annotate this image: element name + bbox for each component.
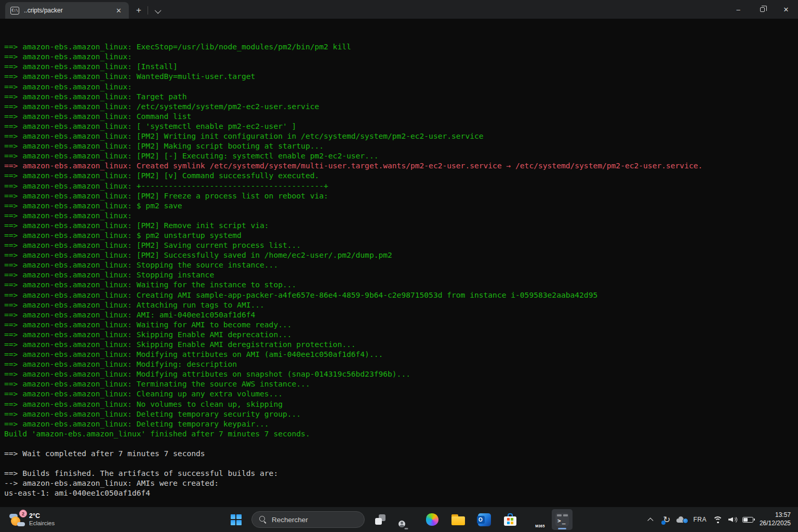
edge-running-indicator [405, 528, 408, 529]
terminal-line: ==> amazon-ebs.amazon_linux: Modifying a… [4, 369, 798, 379]
tray-time: 13:57 [760, 511, 791, 520]
terminal-line: ==> amazon-ebs.amazon_linux: [PM2] Remov… [4, 220, 798, 230]
windows-logo-icon [231, 514, 242, 525]
wifi-icon [713, 516, 723, 524]
terminal-active-indicator [558, 528, 566, 529]
terminal-line: --> amazon-ebs.amazon_linux: AMIs were c… [4, 478, 798, 488]
file-explorer-icon [451, 514, 465, 525]
terminal-line: ==> amazon-ebs.amazon_linux: WantedBy=mu… [4, 71, 798, 81]
edge-button[interactable] [396, 509, 417, 530]
terminal-line: Build 'amazon-ebs.amazon_linux' finished… [4, 429, 798, 438]
tray-overflow-button[interactable] [646, 509, 657, 530]
minimize-button[interactable]: – [726, 0, 750, 19]
onedrive-button[interactable] [676, 509, 687, 530]
terminal-line: ==> amazon-ebs.amazon_linux: Creating AM… [4, 290, 798, 300]
terminal-line: ==> amazon-ebs.amazon_linux: [Install] [4, 61, 798, 71]
terminal-line: ==> amazon-ebs.amazon_linux: Waiting for… [4, 320, 798, 329]
outlook-button[interactable]: O [474, 509, 495, 530]
search-placeholder: Rechercher [272, 516, 308, 524]
terminal-line: ==> amazon-ebs.amazon_linux: Modifying: … [4, 359, 798, 369]
chevron-up-icon [648, 517, 654, 523]
system-tray: ↻ FRA 13:57 26/12/2025 [646, 507, 798, 532]
terminal-line: ==> amazon-ebs.amazon_linux: [PM2] [v] C… [4, 170, 798, 180]
terminal-line: ==> amazon-ebs.amazon_linux: $ pm2 save [4, 201, 798, 210]
m365-label: M365 [535, 524, 544, 528]
terminal-line: ==> amazon-ebs.amazon_linux: ExecStop=/u… [4, 42, 798, 51]
m365-copilot-icon: M365 [530, 513, 543, 526]
terminal-tab[interactable]: C:\ ..cripts/packer ✕ [5, 2, 129, 19]
terminal-line: ==> amazon-ebs.amazon_linux: [PM2] [-] E… [4, 151, 798, 161]
terminal-line: ==> amazon-ebs.amazon_linux: [PM2] Freez… [4, 191, 798, 201]
terminal-line: ==> amazon-ebs.amazon_linux: $ pm2 unsta… [4, 230, 798, 240]
terminal-line: ==> amazon-ebs.amazon_linux: Skipping En… [4, 339, 798, 349]
terminal-icon: >_ [555, 513, 569, 526]
terminal-line: ==> amazon-ebs.amazon_linux: Deleting te… [4, 419, 798, 429]
speaker-icon [728, 516, 738, 523]
search-input[interactable]: Rechercher [251, 511, 365, 528]
update-sync-button[interactable]: ↻ [661, 509, 672, 530]
weather-sun-cloud-icon: 2 [9, 512, 25, 527]
weather-temperature: 2°C [29, 512, 55, 520]
volume-button[interactable] [727, 509, 739, 530]
terminal-line: ==> amazon-ebs.amazon_linux: Stopping in… [4, 270, 798, 280]
tray-date: 26/12/2025 [760, 520, 791, 528]
tab-dropdown-chevron-icon[interactable] [155, 7, 162, 14]
task-view-icon [375, 514, 385, 525]
window-titlebar: C:\ ..cripts/packer ✕ + – ✕ [0, 0, 798, 19]
m365-copilot-button[interactable]: M365 [526, 509, 547, 530]
terminal-line: ==> amazon-ebs.amazon_linux: Waiting for… [4, 280, 798, 289]
battery-icon [742, 517, 753, 523]
terminal-line: ==> amazon-ebs.amazon_linux: Target path [4, 91, 798, 101]
terminal-line: ==> amazon-ebs.amazon_linux: AMI: ami-04… [4, 310, 798, 320]
weather-badge: 2 [19, 510, 27, 517]
copilot-icon [426, 513, 438, 526]
tab-close-icon[interactable]: ✕ [113, 6, 125, 16]
terminal-line: ==> Builds finished. The artifacts of su… [4, 468, 798, 478]
terminal-line: ==> amazon-ebs.amazon_linux: Attaching r… [4, 300, 798, 310]
terminal-line [4, 438, 798, 448]
terminal-line: ==> amazon-ebs.amazon_linux: Stopping th… [4, 260, 798, 270]
task-view-button[interactable] [370, 509, 391, 530]
terminal-output: ==> amazon-ebs.amazon_linux: ExecStop=/u… [4, 42, 798, 507]
terminal-line: ==> amazon-ebs.amazon_linux: Command lis… [4, 111, 798, 121]
terminal-line: ==> amazon-ebs.amazon_linux: [4, 210, 798, 220]
terminal-line: ==> amazon-ebs.amazon_linux: [4, 51, 798, 61]
restore-button[interactable] [750, 0, 774, 19]
outlook-icon: O [478, 513, 491, 526]
weather-widget[interactable]: 2 2°C Eclaircies [5, 507, 59, 532]
terminal-line [4, 498, 798, 508]
terminal-line [4, 458, 798, 468]
terminal-line: ==> amazon-ebs.amazon_linux: [PM2] Succe… [4, 250, 798, 260]
titlebar-divider [148, 6, 148, 15]
microsoft-store-button[interactable] [500, 509, 521, 530]
weather-condition: Eclaircies [29, 520, 55, 527]
terminal-line: ==> amazon-ebs.amazon_linux: Skipping En… [4, 329, 798, 339]
search-icon [259, 516, 267, 523]
taskbar: 2 2°C Eclaircies Rechercher O [0, 507, 798, 532]
wifi-button[interactable] [712, 509, 724, 530]
new-tab-button[interactable]: + [129, 5, 148, 19]
terminal-line: ==> amazon-ebs.amazon_linux: [PM2] Savin… [4, 240, 798, 250]
start-button[interactable] [225, 509, 246, 530]
clock[interactable]: 13:57 26/12/2025 [760, 511, 791, 527]
terminal-button[interactable]: >_ [552, 509, 573, 530]
terminal-line: ==> Wait completed after 7 minutes 7 sec… [4, 448, 798, 458]
terminal-screen[interactable]: ==> amazon-ebs.amazon_linux: ExecStop=/u… [0, 19, 798, 507]
terminal-line: ==> amazon-ebs.amazon_linux: [PM2] Makin… [4, 141, 798, 151]
terminal-line: ==> amazon-ebs.amazon_linux: Deleting te… [4, 409, 798, 419]
copilot-button[interactable] [422, 509, 443, 530]
terminal-line: ==> amazon-ebs.amazon_linux: Cleaning up… [4, 389, 798, 398]
cloud-sync-badge [683, 518, 688, 524]
terminal-line: ==> amazon-ebs.amazon_linux: [ 'systemct… [4, 121, 798, 131]
terminal-line: ==> amazon-ebs.amazon_linux: [4, 82, 798, 91]
file-explorer-button[interactable] [448, 509, 469, 530]
language-switcher[interactable]: FRA [691, 509, 709, 530]
language-label: FRA [691, 516, 709, 523]
terminal-tab-icon: C:\ [10, 7, 19, 15]
cloud-icon [676, 516, 687, 523]
battery-button[interactable] [742, 509, 754, 530]
terminal-line: ==> amazon-ebs.amazon_linux: +----------… [4, 181, 798, 191]
close-button[interactable]: ✕ [774, 0, 798, 19]
terminal-line: ==> amazon-ebs.amazon_linux: Created sym… [4, 161, 798, 170]
microsoft-store-icon [504, 513, 516, 526]
